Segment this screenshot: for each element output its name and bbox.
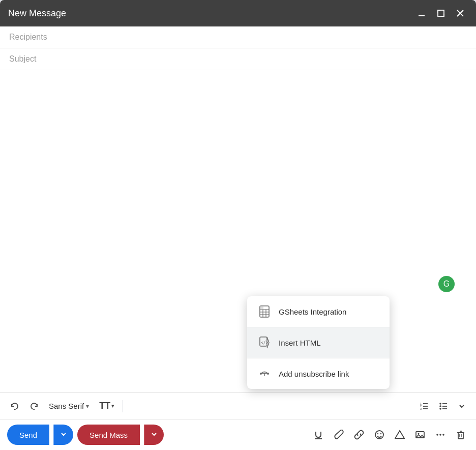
dropdown-item-insert-html[interactable]: </> Insert HTML bbox=[247, 327, 390, 358]
svg-point-37 bbox=[439, 434, 441, 436]
send-toolbar-right bbox=[310, 427, 469, 443]
image-button[interactable] bbox=[412, 427, 428, 443]
delete-button[interactable] bbox=[453, 427, 469, 443]
send-area: Send Send Mass bbox=[0, 419, 476, 450]
dropdown-item-unsubscribe[interactable]: Add unsubscribe link bbox=[247, 358, 390, 389]
subject-field-row[interactable]: Subject bbox=[0, 48, 476, 70]
svg-point-26 bbox=[439, 403, 441, 405]
compose-body[interactable] bbox=[0, 70, 476, 392]
unsubscribe-icon bbox=[257, 367, 272, 381]
subject-placeholder: Subject bbox=[9, 54, 36, 64]
svg-point-32 bbox=[380, 433, 381, 434]
svg-point-28 bbox=[439, 408, 441, 410]
link-button[interactable] bbox=[351, 427, 367, 443]
list-buttons-group: 1 2 3 bbox=[415, 398, 470, 414]
title-bar: New Message bbox=[0, 0, 476, 26]
font-size-selector[interactable]: TT ▾ bbox=[95, 399, 118, 413]
svg-rect-10 bbox=[260, 306, 263, 310]
drive-button[interactable] bbox=[392, 427, 408, 443]
expand-button[interactable] bbox=[433, 7, 449, 20]
minimize-button[interactable] bbox=[414, 7, 429, 20]
font-family-label: Sans Serif bbox=[49, 402, 84, 410]
svg-text:</>: </> bbox=[261, 341, 269, 345]
recipients-placeholder: Recipients bbox=[9, 33, 47, 42]
close-button[interactable] bbox=[453, 7, 468, 20]
gsheets-label: GSheets Integration bbox=[279, 307, 346, 316]
redo-button[interactable] bbox=[25, 399, 43, 414]
insert-html-label: Insert HTML bbox=[279, 339, 321, 347]
recipients-field-row[interactable]: Recipients bbox=[0, 26, 476, 48]
send-button[interactable]: Send bbox=[7, 425, 49, 445]
more-formatting-button[interactable] bbox=[454, 399, 470, 413]
svg-point-27 bbox=[439, 405, 441, 407]
send-mass-dropdown-button[interactable] bbox=[144, 425, 164, 445]
svg-point-15 bbox=[260, 373, 262, 375]
gsheets-icon bbox=[257, 304, 272, 319]
underline-button[interactable] bbox=[310, 427, 326, 443]
font-family-arrow: ▾ bbox=[86, 403, 89, 410]
font-size-arrow: ▾ bbox=[111, 403, 114, 409]
svg-point-31 bbox=[377, 433, 378, 434]
svg-point-38 bbox=[442, 434, 444, 436]
window-title: New Message bbox=[8, 8, 66, 19]
attach-button[interactable] bbox=[331, 427, 347, 443]
dropdown-menu: GSheets Integration </> Insert HTML bbox=[247, 296, 390, 389]
svg-point-36 bbox=[436, 434, 438, 436]
svg-point-14 bbox=[267, 373, 269, 375]
unsubscribe-label: Add unsubscribe link bbox=[279, 370, 349, 378]
svg-marker-33 bbox=[395, 431, 404, 438]
undo-button[interactable] bbox=[6, 399, 23, 414]
numbered-list-button[interactable]: 1 2 3 bbox=[415, 398, 433, 414]
avatar: G bbox=[438, 276, 455, 292]
svg-rect-1 bbox=[438, 10, 444, 16]
bottom-area: G Sans Serif ▾ TT ▾ bbox=[0, 392, 476, 450]
dropdown-item-gsheets[interactable]: GSheets Integration bbox=[247, 296, 390, 327]
toolbar-divider-1 bbox=[123, 400, 123, 412]
font-size-icon: TT bbox=[99, 401, 110, 411]
title-bar-controls bbox=[414, 7, 468, 20]
svg-rect-39 bbox=[458, 433, 463, 439]
html-icon: </> bbox=[257, 335, 272, 350]
send-mass-button[interactable]: Send Mass bbox=[77, 425, 140, 445]
send-dropdown-button[interactable] bbox=[53, 425, 73, 445]
font-family-selector[interactable]: Sans Serif ▾ bbox=[45, 400, 93, 412]
emoji-button[interactable] bbox=[371, 427, 388, 443]
bullet-list-button[interactable] bbox=[434, 398, 453, 414]
avatar-letter: G bbox=[438, 276, 455, 292]
formatting-toolbar: Sans Serif ▾ TT ▾ 1 2 3 bbox=[0, 393, 476, 419]
more-options-button[interactable] bbox=[432, 427, 449, 443]
compose-window: New Message Recipients Subject bbox=[0, 0, 476, 450]
svg-text:3: 3 bbox=[420, 407, 422, 410]
